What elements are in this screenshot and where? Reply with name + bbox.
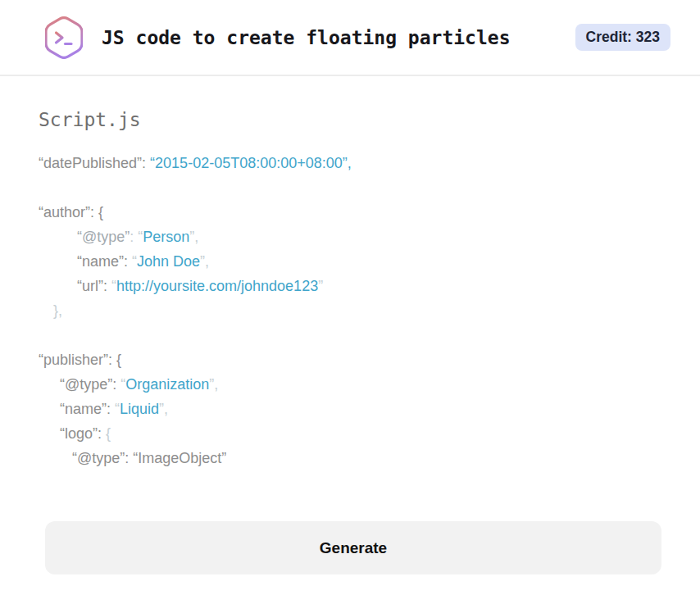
filename-heading: Script.js: [39, 109, 700, 131]
code-line: “datePublished”: “2015-02-05T08:00:00+08…: [39, 151, 700, 175]
code-line: [39, 175, 700, 200]
code-line: },: [39, 298, 700, 323]
terminal-prompt-hexagon-icon: [45, 16, 83, 60]
app-window: JS code to create floating particles Cre…: [0, 0, 700, 574]
code-line: [39, 323, 700, 347]
page-title: JS code to create floating particles: [102, 27, 575, 48]
credit-badge: Credit: 323: [575, 24, 670, 51]
main-content: Script.js “datePublished”: “2015-02-05T0…: [0, 109, 700, 574]
code-line: “@type”: “Organization”,: [39, 372, 700, 397]
code-line: “author”: {: [39, 200, 700, 225]
generate-button[interactable]: Generate: [45, 521, 661, 574]
code-line: “name”: “Liquid”,: [39, 397, 700, 421]
code-line: “logo”: {: [39, 421, 700, 446]
code-line: “@type”: “Person”,: [39, 225, 700, 249]
code-line: “name”: “John Doe”,: [39, 249, 700, 274]
code-line: “@type”: “ImageObject”: [39, 446, 700, 470]
header: JS code to create floating particles Cre…: [0, 0, 700, 76]
code-line: “publisher”: {: [39, 347, 700, 372]
code-editor: “datePublished”: “2015-02-05T08:00:00+08…: [39, 151, 700, 470]
code-line: “url”: “http://yoursite.com/johndoe123”: [39, 274, 700, 298]
